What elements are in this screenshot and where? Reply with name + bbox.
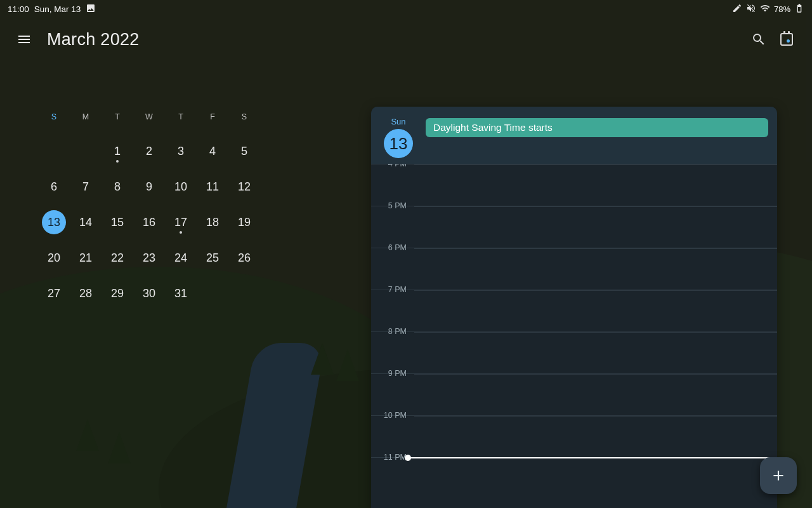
month-day-cell[interactable]: 12 (228, 171, 260, 202)
app-bar: March 2022 (0, 22, 812, 57)
month-day-cell[interactable]: 20 (38, 243, 70, 273)
day-number[interactable]: 13 (384, 129, 413, 158)
month-day-cell[interactable]: 3 (165, 136, 197, 166)
all-day-event[interactable]: Daylight Saving Time starts (426, 118, 768, 137)
statusbar-date: Sun, Mar 13 (34, 4, 81, 14)
month-day-cell[interactable]: 9 (133, 171, 165, 202)
statusbar-time: 11:00 (8, 4, 29, 14)
month-day-cell (38, 136, 70, 166)
month-day-cell[interactable]: 8 (102, 171, 133, 202)
dow-label: M (70, 102, 102, 132)
create-event-fab[interactable] (760, 457, 797, 494)
dow-label: T (102, 102, 133, 132)
month-day-cell[interactable]: 18 (197, 207, 228, 237)
hour-label: 6 PM (371, 243, 412, 252)
month-day-cell[interactable]: 22 (102, 243, 133, 273)
month-day-cell[interactable]: 24 (165, 243, 197, 273)
hour-label: 10 PM (371, 411, 412, 420)
wifi-icon (760, 3, 770, 15)
month-day-cell[interactable]: 21 (70, 243, 102, 273)
hour-label: 8 PM (371, 327, 412, 336)
pen-icon (732, 3, 742, 15)
dow-label: S (38, 102, 70, 132)
month-day-cell[interactable]: 31 (165, 278, 197, 309)
month-day-cell[interactable]: 19 (228, 207, 260, 237)
day-panel: Sun 13 Daylight Saving Time starts 4 PM5… (371, 107, 777, 508)
month-day-cell[interactable]: 11 (197, 171, 228, 202)
month-day-cell[interactable]: 10 (165, 171, 197, 202)
status-bar: 11:00 Sun, Mar 13 78% (0, 0, 812, 18)
month-day-cell[interactable]: 4 (197, 136, 228, 166)
search-button[interactable] (745, 25, 773, 53)
month-day-cell[interactable]: 7 (70, 171, 102, 202)
month-day-cell[interactable]: 26 (228, 243, 260, 273)
month-day-cell[interactable]: 25 (197, 243, 228, 273)
page-title[interactable]: March 2022 (47, 30, 140, 50)
month-day-cell[interactable]: 6 (38, 171, 70, 202)
dow-label: S (228, 102, 260, 132)
gallery-icon (86, 3, 96, 15)
month-grid: SMTWTFS 12345678910111213141516171819202… (38, 102, 260, 314)
month-day-cell[interactable]: 2 (133, 136, 165, 166)
battery-icon (794, 3, 804, 15)
month-day-cell (197, 278, 228, 309)
month-day-cell[interactable]: 15 (102, 207, 133, 237)
month-day-cell[interactable]: 17 (165, 207, 197, 237)
current-time-indicator (408, 457, 777, 458)
dow-label: F (197, 102, 228, 132)
month-day-cell[interactable]: 30 (133, 278, 165, 309)
month-day-cell[interactable]: 13 (38, 207, 70, 237)
today-button[interactable] (773, 25, 801, 53)
hour-label: 4 PM (371, 164, 412, 168)
dow-label: T (165, 102, 197, 132)
month-day-cell[interactable]: 29 (102, 278, 133, 309)
month-day-cell (70, 136, 102, 166)
dow-label: W (133, 102, 165, 132)
day-panel-header: Sun 13 Daylight Saving Time starts (371, 107, 777, 164)
month-day-cell[interactable]: 27 (38, 278, 70, 309)
mute-icon (746, 3, 756, 15)
month-day-cell[interactable]: 14 (70, 207, 102, 237)
month-day-cell[interactable]: 5 (228, 136, 260, 166)
battery-percent: 78% (774, 4, 790, 14)
month-day-cell (228, 278, 260, 309)
hour-label: 9 PM (371, 369, 412, 378)
hour-label: 7 PM (371, 285, 412, 294)
month-day-cell[interactable]: 23 (133, 243, 165, 273)
time-grid[interactable]: 4 PM5 PM6 PM7 PM8 PM9 PM10 PM11 PM (371, 164, 777, 508)
menu-button[interactable] (11, 27, 37, 52)
month-day-cell[interactable]: 28 (70, 278, 102, 309)
month-day-cell[interactable]: 16 (133, 207, 165, 237)
month-day-cell[interactable]: 1 (102, 136, 133, 166)
hour-label: 5 PM (371, 201, 412, 210)
day-label: Sun (380, 117, 417, 126)
